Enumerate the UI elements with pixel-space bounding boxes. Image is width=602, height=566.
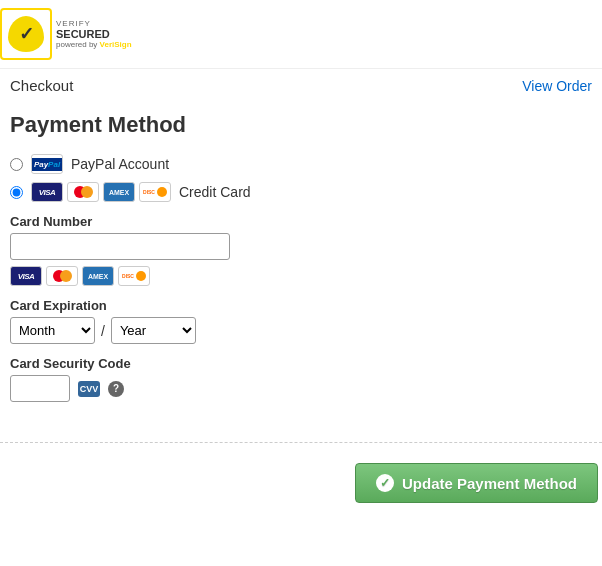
- norton-badge: ✓ VERIFY SECURED powered by VeriSign: [0, 8, 132, 60]
- norton-text: VERIFY SECURED powered by VeriSign: [56, 19, 132, 49]
- card-icons-row: VISA AMEX DISC: [10, 266, 592, 286]
- card-number-label: Card Number: [10, 214, 592, 229]
- norton-verisign-text: VeriSign: [100, 40, 132, 49]
- paypal-radio[interactable]: [10, 158, 23, 171]
- year-select[interactable]: Year 2024 2025 2026 2027 2028 2029 2030: [111, 317, 196, 344]
- cvv-card-icon: CVV: [78, 381, 100, 397]
- check-circle-icon: ✓: [376, 474, 394, 492]
- discover-icon-2: DISC: [118, 266, 150, 286]
- cvv-help-icon[interactable]: ?: [108, 381, 124, 397]
- update-button-label: Update Payment Method: [402, 475, 577, 492]
- expiry-row: Month January February March April May J…: [10, 317, 592, 344]
- norton-verify-text: VERIFY: [56, 19, 132, 28]
- norton-powered-text: powered by VeriSign: [56, 40, 132, 49]
- paypal-option: PayPal PayPal Account: [10, 154, 592, 174]
- separator: [0, 442, 602, 443]
- expiry-slash: /: [101, 323, 105, 339]
- card-number-section: Card Number VISA AMEX DISC: [10, 214, 592, 286]
- cvv-input[interactable]: [10, 375, 70, 402]
- update-payment-button[interactable]: ✓ Update Payment Method: [355, 463, 598, 503]
- checkout-label: Checkout: [10, 77, 73, 94]
- expiration-label: Card Expiration: [10, 298, 592, 313]
- cvv-row: CVV ?: [10, 375, 592, 402]
- amex-icon-2: AMEX: [82, 266, 114, 286]
- header: ✓ VERIFY SECURED powered by VeriSign: [0, 0, 602, 69]
- view-order-link[interactable]: View Order: [522, 78, 592, 94]
- paypal-icon: PayPal: [31, 154, 63, 174]
- month-select[interactable]: Month January February March April May J…: [10, 317, 95, 344]
- visa-icon-2: VISA: [10, 266, 42, 286]
- checkout-row: Checkout View Order: [0, 69, 602, 102]
- expiration-section: Card Expiration Month January February M…: [10, 298, 592, 344]
- mastercard-icon-2: [46, 266, 78, 286]
- mastercard-icon: [67, 182, 99, 202]
- main-content: Payment Method PayPal PayPal Account VIS…: [0, 102, 602, 422]
- norton-secured-text: SECURED: [56, 28, 132, 40]
- paypal-label: PayPal Account: [71, 156, 169, 172]
- credit-card-option: VISA AMEX DISC Credit Card: [10, 182, 592, 202]
- visa-icon: VISA: [31, 182, 63, 202]
- norton-checkmark-icon: ✓: [19, 23, 34, 45]
- cvv-label: Card Security Code: [10, 356, 592, 371]
- page-title: Payment Method: [10, 112, 592, 138]
- cvv-section: Card Security Code CVV ?: [10, 356, 592, 402]
- amex-icon: AMEX: [103, 182, 135, 202]
- button-row: ✓ Update Payment Method: [0, 463, 602, 503]
- card-brand-icons: VISA AMEX DISC: [31, 182, 171, 202]
- credit-card-label: Credit Card: [179, 184, 251, 200]
- norton-shield: ✓: [0, 8, 52, 60]
- credit-card-radio[interactable]: [10, 186, 23, 199]
- card-number-input[interactable]: [10, 233, 230, 260]
- discover-icon: DISC: [139, 182, 171, 202]
- norton-shield-inner: ✓: [8, 16, 44, 52]
